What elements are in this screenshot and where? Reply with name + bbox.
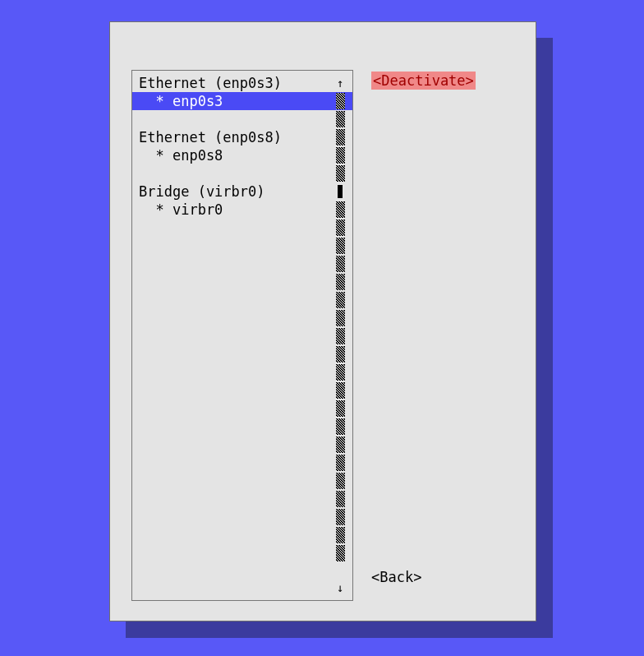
scrollbar-segment — [336, 346, 345, 363]
scrollbar-segment — [336, 93, 345, 109]
list-spacer — [132, 110, 352, 128]
scrollbar-segment — [336, 364, 345, 381]
scrollbar-segment — [336, 310, 345, 326]
scrollbar-segment — [336, 328, 345, 344]
scrollbar-segment — [336, 147, 345, 164]
scrollbar-segment — [336, 473, 345, 489]
list-group-header[interactable]: Ethernet (enp0s3) — [132, 74, 352, 92]
back-button[interactable]: <Back> — [371, 568, 421, 586]
scroll-down-arrow-icon[interactable]: ↓ — [337, 579, 343, 597]
dialog-content: ↑ ↓ Ethernet (enp0s3) * enp0s3 Ethernet … — [131, 70, 514, 599]
scrollbar-segment — [336, 201, 345, 218]
list-item[interactable]: * virbr0 — [132, 201, 352, 219]
scrollbar-segment — [336, 437, 345, 453]
scrollbar-segment — [336, 418, 345, 435]
scrollbar-segment — [336, 292, 345, 308]
scrollbar-segment — [336, 455, 345, 471]
scrollbar-track[interactable] — [336, 92, 345, 579]
scrollbar-segment — [336, 274, 345, 290]
scrollbar-segment — [336, 111, 345, 127]
scrollbar-thumb[interactable] — [338, 185, 343, 198]
list-spacer — [132, 164, 352, 182]
scrollbar-segment — [336, 491, 345, 507]
scrollbar-segment — [336, 509, 345, 525]
network-dialog: ↑ ↓ Ethernet (enp0s3) * enp0s3 Ethernet … — [109, 21, 536, 621]
list-item[interactable]: * enp0s8 — [132, 146, 352, 164]
scrollbar-segment — [336, 238, 345, 254]
scroll-up-arrow-icon[interactable]: ↑ — [337, 74, 343, 92]
list-item[interactable]: * enp0s3 — [132, 92, 352, 110]
deactivate-button[interactable]: <Deactivate> — [371, 72, 476, 90]
scrollbar-segment — [336, 545, 345, 561]
scrollbar[interactable]: ↑ ↓ — [334, 74, 347, 597]
scrollbar-segment — [336, 129, 345, 146]
connection-list[interactable]: ↑ ↓ Ethernet (enp0s3) * enp0s3 Ethernet … — [131, 70, 353, 601]
scrollbar-segment — [336, 400, 345, 417]
scrollbar-segment — [336, 527, 345, 543]
scrollbar-segment — [336, 165, 345, 182]
scrollbar-segment — [336, 256, 345, 272]
list-group-header[interactable]: Bridge (virbr0) — [132, 182, 352, 201]
scrollbar-segment — [336, 382, 345, 399]
list-group-header[interactable]: Ethernet (enp0s8) — [132, 128, 352, 146]
scrollbar-segment — [336, 219, 345, 236]
